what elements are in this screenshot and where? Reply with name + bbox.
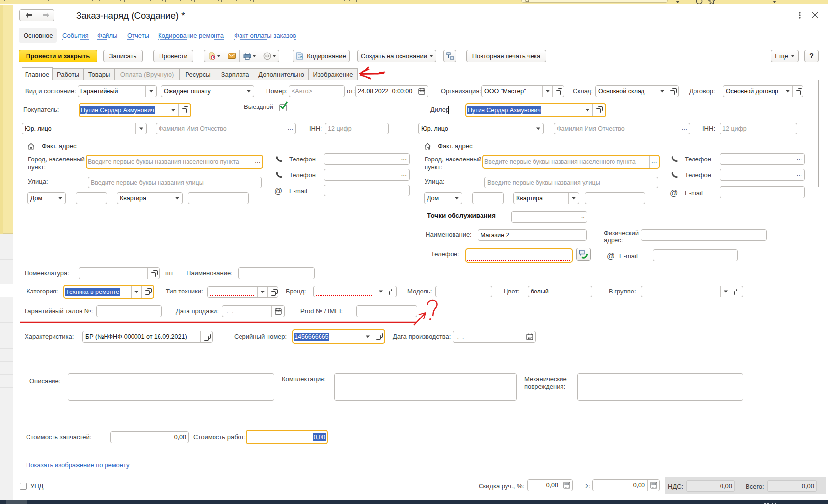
svg-text:ID: ID bbox=[300, 56, 303, 59]
